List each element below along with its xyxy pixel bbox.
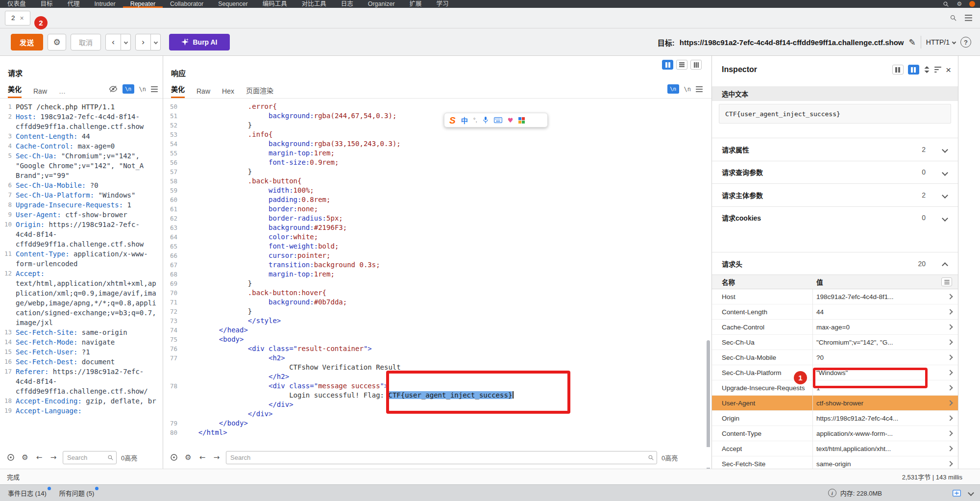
tab-close-icon[interactable]: × bbox=[20, 14, 24, 22]
code-line[interactable]: 61 border:none; bbox=[167, 204, 711, 214]
inspector-dock-side-icon[interactable] bbox=[892, 65, 904, 75]
search-settings-icon[interactable]: ⚙ bbox=[20, 452, 30, 462]
cancel-button[interactable]: 取消 bbox=[71, 34, 101, 50]
inspector-section[interactable]: 请求主体参数2 bbox=[712, 183, 958, 206]
column-name-header[interactable]: 名称 bbox=[722, 277, 812, 287]
code-line[interactable]: 79 </body> bbox=[167, 419, 711, 428]
inspector-section[interactable]: 请求查询参数0 bbox=[712, 161, 958, 184]
inspector-section[interactable]: 请求cookies0 bbox=[712, 206, 958, 229]
repeater-tab-2[interactable]: 2 × bbox=[5, 11, 30, 25]
menu-item[interactable]: 日志 bbox=[334, 0, 361, 8]
menu-search-icon[interactable] bbox=[942, 0, 950, 8]
inspector-expand-all-icon[interactable] bbox=[924, 66, 930, 73]
header-row[interactable]: Content-Typeapplication/x-www-form-... bbox=[712, 426, 958, 441]
code-line[interactable]: 17Referer: https://198c91a2-7efc-4c4d-8f… bbox=[3, 367, 160, 396]
code-line[interactable]: 63 background:#2196F3; bbox=[167, 223, 711, 232]
code-line[interactable]: 58 .back-button{ bbox=[167, 176, 711, 186]
code-line[interactable]: 62 border-radius:5px; bbox=[167, 214, 711, 223]
next-match-icon[interactable]: → bbox=[212, 452, 221, 462]
code-line[interactable]: 54 background:rgba(33,150,243,0.3); bbox=[167, 139, 711, 149]
help-icon[interactable]: ? bbox=[960, 37, 971, 48]
ime-language-toggle[interactable]: 中 bbox=[461, 115, 468, 125]
request-tab-pretty[interactable]: 美化 bbox=[8, 84, 22, 98]
code-line[interactable]: 7Sec-Ch-Ua-Platform: "Windows" bbox=[3, 190, 160, 200]
code-line[interactable]: 6Sec-Ch-Ua-Mobile: ?0 bbox=[3, 180, 160, 190]
code-line[interactable]: </div> bbox=[167, 400, 711, 409]
header-row[interactable]: User-Agentctf-show-brower bbox=[712, 396, 958, 411]
menu-settings-icon[interactable]: ⚙ bbox=[956, 0, 963, 8]
code-line[interactable]: 9User-Agent: ctf-show-brower bbox=[3, 210, 160, 220]
menu-item[interactable]: 目标 bbox=[33, 0, 60, 8]
code-line[interactable]: 13Sec-Fetch-Site: same-origin bbox=[3, 327, 160, 337]
menu-item[interactable]: 代理 bbox=[60, 0, 87, 8]
header-row[interactable]: Upgrade-Insecure-Requests1 bbox=[712, 380, 958, 396]
code-line[interactable]: 80 </html> bbox=[167, 428, 711, 437]
history-forward-button[interactable]: › bbox=[135, 34, 151, 50]
code-line[interactable]: 12Accept: text/html,application/xhtml+xm… bbox=[3, 269, 160, 327]
menu-item[interactable]: 扩展 bbox=[402, 0, 429, 8]
ime-punctuation-icon[interactable]: °, bbox=[473, 117, 477, 124]
code-line[interactable]: 18Accept-Encoding: gzip, deflate, br bbox=[3, 396, 160, 406]
code-line[interactable]: 76 <div class="result-container"> bbox=[167, 344, 711, 353]
menu-item[interactable]: 对比工具 bbox=[294, 0, 334, 8]
header-row[interactable]: Sec-Ch-Ua-Mobile?0 bbox=[712, 350, 958, 365]
code-line[interactable]: 2Host: 198c91a2-7efc-4c4d-8f14-cffdd9e9f… bbox=[3, 112, 160, 131]
response-menu-icon[interactable] bbox=[696, 86, 703, 92]
ime-logo-icon[interactable]: S bbox=[449, 116, 456, 125]
inspector-section[interactable]: 请求属性2 bbox=[712, 138, 958, 161]
menu-item[interactable]: Collaborator bbox=[163, 0, 211, 8]
burp-ai-button[interactable]: Burp AI bbox=[169, 34, 230, 50]
code-line[interactable]: CTFshow Verification Result bbox=[167, 363, 711, 372]
event-log-button[interactable]: 事件日志 (14) bbox=[8, 488, 47, 498]
code-line[interactable]: 52 } bbox=[167, 121, 711, 130]
code-line[interactable]: 50 .error{ bbox=[167, 102, 711, 111]
code-line[interactable]: 71 background:#0b7dda; bbox=[167, 298, 711, 307]
table-options-icon[interactable] bbox=[941, 277, 952, 286]
inspector-dock-expanded-icon[interactable] bbox=[908, 65, 919, 75]
code-line[interactable]: 65 font-weight:bold; bbox=[167, 242, 711, 251]
code-line[interactable]: 67 transition:background 0.3s; bbox=[167, 260, 711, 270]
layout-rows-icon[interactable] bbox=[676, 60, 687, 70]
code-line[interactable]: 78 <div class="message success"> bbox=[167, 381, 711, 391]
send-settings-button[interactable]: ⚙ bbox=[48, 34, 66, 50]
history-forward-dropdown[interactable] bbox=[151, 34, 161, 50]
next-match-icon[interactable]: → bbox=[49, 452, 58, 462]
show-newlines-toggle-icon[interactable]: \n bbox=[122, 84, 134, 94]
collapse-bar-icon[interactable] bbox=[968, 490, 974, 496]
response-tab-pretty[interactable]: 美化 bbox=[171, 84, 185, 98]
header-row[interactable]: Originhttps://198c91a2-7efc-4c4... bbox=[712, 411, 958, 426]
layout-columns-icon[interactable] bbox=[662, 60, 673, 70]
emoji-icon[interactable]: ♥ bbox=[508, 117, 514, 124]
search-settings-icon[interactable]: ⚙ bbox=[183, 452, 193, 462]
menu-item[interactable]: 学习 bbox=[429, 0, 456, 8]
code-line[interactable]: 56 font-size:0.9rem; bbox=[167, 158, 711, 167]
target-url[interactable]: https://198c91a2-7efc-4c4d-8f14-cffdd9e9… bbox=[680, 38, 904, 47]
code-line[interactable]: 77 <h2> bbox=[167, 353, 711, 363]
skin-grid-icon[interactable] bbox=[518, 117, 525, 124]
code-line[interactable]: 5Sec-Ch-Ua: "Chromium";v="142", "Google … bbox=[3, 151, 160, 180]
code-line[interactable]: 3Content-Length: 44 bbox=[3, 131, 160, 141]
selected-text-section-header[interactable]: 选中文本 bbox=[712, 86, 958, 101]
menu-item[interactable]: Repeater bbox=[123, 0, 163, 8]
request-tab-raw[interactable]: Raw bbox=[33, 87, 47, 98]
code-line[interactable]: 73 </style> bbox=[167, 316, 711, 326]
tabs-search-icon[interactable] bbox=[950, 14, 957, 22]
response-tab-hex[interactable]: Hex bbox=[222, 87, 234, 98]
request-headers-section-header[interactable]: 请求头 20 bbox=[712, 252, 958, 275]
http-version-dropdown[interactable]: HTTP/1 bbox=[926, 38, 956, 46]
code-line[interactable]: 60 padding:0.8rem; bbox=[167, 195, 711, 204]
code-line[interactable]: 4Cache-Control: max-age=0 bbox=[3, 141, 160, 151]
code-line[interactable]: 53 .info{ bbox=[167, 130, 711, 139]
code-line[interactable]: 11Content-Type: application/x-www-form-u… bbox=[3, 249, 160, 269]
menu-item[interactable]: Intruder bbox=[87, 0, 123, 8]
tabs-menu-icon[interactable] bbox=[965, 15, 972, 21]
code-line[interactable]: 8Upgrade-Insecure-Requests: 1 bbox=[3, 200, 160, 210]
header-row[interactable]: Host198c91a2-7efc-4c4d-8f1... bbox=[712, 289, 958, 304]
code-line[interactable]: 14Sec-Fetch-Mode: navigate bbox=[3, 337, 160, 347]
inspector-settings-icon[interactable] bbox=[934, 67, 941, 73]
show-newlines-toggle-icon[interactable]: \n bbox=[667, 84, 679, 94]
newline-icon[interactable]: \n bbox=[684, 86, 691, 93]
menu-item[interactable]: Sequencer bbox=[211, 0, 255, 8]
edit-target-icon[interactable]: ✎ bbox=[909, 37, 916, 47]
send-button[interactable]: 发送 bbox=[11, 34, 43, 50]
